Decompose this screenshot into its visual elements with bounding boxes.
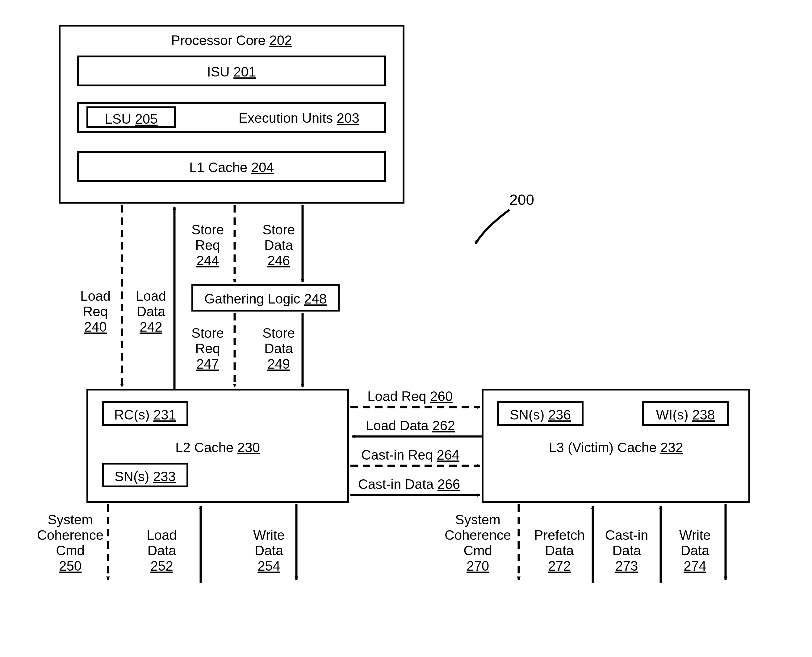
gathering-logic-box: Gathering Logic 248: [191, 284, 340, 311]
sn-l2-label: SN(s) 233: [104, 469, 186, 484]
sn-l2-box: SN(s) 233: [102, 463, 188, 487]
sys-coh-270-label: System Coherence Cmd 270: [445, 512, 511, 574]
rc-box: RC(s) 231: [102, 401, 188, 426]
lsu-label: LSU 205: [88, 111, 174, 127]
figure-ref-label: 200: [509, 191, 534, 208]
store-data-249-label: Store Data 249: [262, 325, 295, 372]
load-req-240-label: Load Req 240: [80, 288, 111, 335]
lsu-box: LSU 205: [86, 106, 176, 128]
castin-data-266-label: Cast-in Data 266: [358, 476, 460, 492]
castin-273-label: Cast-in Data 273: [605, 528, 648, 574]
sn-l3-label: SN(s) 236: [499, 407, 582, 423]
store-req-247-label: Store Req 247: [191, 325, 224, 372]
execution-units-label: Execution Units 203: [239, 111, 359, 126]
sn-l3-box: SN(s) 236: [497, 401, 584, 426]
wi-label: WI(s) 238: [644, 407, 727, 423]
processor-core-label: Processor Core 202: [61, 33, 403, 48]
wi-box: WI(s) 238: [642, 401, 729, 426]
load-req-260-label: Load Req 260: [367, 389, 453, 404]
isu-box: ISU 201: [77, 56, 386, 86]
write-data-254-label: Write Data 254: [253, 528, 285, 574]
prefetch-272-label: Prefetch Data 272: [534, 528, 585, 574]
store-req-244-label: Store Req 244: [191, 222, 224, 268]
load-data-252-label: Load Data 252: [147, 528, 177, 574]
l2-cache-label: L2 Cache 230: [88, 440, 347, 455]
write-data-274-label: Write Data 274: [679, 528, 711, 574]
sys-coh-250-label: System Coherence Cmd 250: [37, 512, 103, 574]
rc-label: RC(s) 231: [104, 407, 186, 423]
load-data-262-label: Load Data 262: [366, 418, 455, 433]
l3-cache-label: L3 (Victim) Cache 232: [484, 440, 748, 455]
store-data-246-label: Store Data 246: [262, 222, 295, 268]
isu-label: ISU 201: [79, 64, 384, 79]
l1-cache-label: L1 Cache 204: [79, 160, 384, 175]
gathering-logic-label: Gathering Logic 248: [193, 291, 338, 307]
load-data-242-label: Load Data 242: [136, 288, 166, 335]
l1-cache-box: L1 Cache 204: [77, 151, 386, 182]
castin-req-264-label: Cast-in Req 264: [361, 447, 459, 463]
